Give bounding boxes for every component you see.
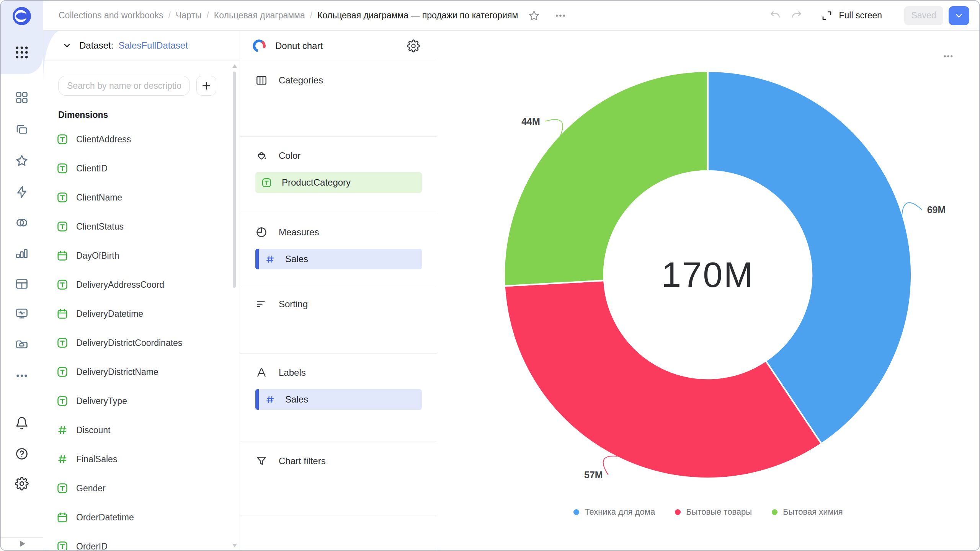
field-item[interactable]: DeliveryDatetime — [43, 299, 232, 328]
chart-settings-gear-icon[interactable] — [407, 39, 420, 52]
field-item[interactable]: Gender — [43, 474, 232, 503]
add-field-button[interactable] — [196, 76, 216, 96]
field-item[interactable]: ClientStatus — [43, 212, 232, 241]
legend-item[interactable]: Бытовые товары — [675, 507, 752, 517]
field-item[interactable]: DeliveryAddressCoord — [43, 270, 232, 299]
datalens-logo-icon[interactable] — [11, 6, 32, 26]
field-item[interactable]: ClientName — [43, 183, 232, 212]
breadcrumb-separator: / — [310, 10, 312, 21]
field-item[interactable]: OrderDatetime — [43, 503, 232, 532]
donut-chart-type-icon[interactable] — [252, 38, 267, 54]
field-item[interactable]: ClientAddress — [43, 125, 232, 154]
sidebar-item-bar-chart-icon[interactable] — [15, 246, 29, 260]
sidebar-item-bell-icon[interactable] — [15, 416, 29, 430]
label-connector — [546, 119, 563, 135]
section-header: Labels — [240, 367, 437, 379]
sidebar-item-help-icon[interactable] — [15, 447, 29, 461]
breadcrumb-link[interactable]: Чарты — [176, 10, 201, 21]
field-name: ClientStatus — [76, 222, 124, 232]
legend-item[interactable]: Бытовая химия — [772, 507, 843, 517]
sidebar-item-settings-icon[interactable] — [15, 477, 29, 491]
config-section-sorting[interactable]: Sorting — [240, 285, 437, 354]
section-header: Chart filters — [240, 455, 437, 467]
section-chips: Sales — [255, 389, 437, 410]
field-item[interactable]: DeliveryDistrictCoordinates — [43, 328, 232, 357]
section-chips: ProductCategory — [255, 172, 437, 193]
sidebar-item-grid-icon[interactable] — [15, 91, 29, 104]
redo-icon[interactable] — [790, 9, 803, 22]
field-item[interactable]: ClientID — [43, 154, 232, 183]
text-field-icon — [57, 192, 68, 203]
favorite-star-icon[interactable] — [528, 10, 540, 22]
config-section-color[interactable]: ColorProductCategory — [240, 137, 437, 213]
config-section-measures[interactable]: MeasuresSales — [240, 213, 437, 285]
config-section-chart-filters[interactable]: Chart filters — [240, 442, 437, 515]
donut-slice[interactable] — [504, 71, 708, 286]
field-item[interactable]: DeliveryDistrictName — [43, 357, 232, 386]
chip-label: ProductCategory — [282, 177, 351, 188]
sidebar-item-lightning-icon[interactable] — [15, 185, 29, 199]
sidebar — [1, 1, 43, 550]
topbar: Collections and workbooks/Чарты/Кольцева… — [43, 1, 979, 31]
legend-label: Бытовая химия — [783, 507, 843, 517]
topbar-actions: Full screen Saved — [769, 6, 969, 25]
breadcrumb-link[interactable]: Кольцевая диаграмма — [214, 10, 305, 21]
sidebar-item-datasets-icon[interactable] — [15, 216, 29, 230]
chart-config-panel: Donut chart CategoriesColorProductCatego… — [240, 31, 437, 550]
field-item[interactable]: OrderID — [43, 532, 232, 550]
text-field-icon — [57, 395, 68, 407]
dataset-collapse-icon[interactable] — [62, 40, 72, 51]
legend-item[interactable]: Техника для дома — [573, 507, 655, 517]
color-icon — [255, 150, 268, 162]
field-item[interactable]: Discount — [43, 416, 232, 445]
sidebar-item-star-icon[interactable] — [15, 154, 29, 168]
field-item[interactable]: DayOfBirth — [43, 241, 232, 270]
number-field-icon — [265, 395, 275, 405]
sidebar-item-folder-icon[interactable] — [15, 337, 29, 351]
text-field-icon — [57, 541, 68, 550]
field-chip[interactable]: Sales — [255, 389, 422, 410]
config-section-categories[interactable]: Categories — [240, 61, 437, 137]
config-section-labels[interactable]: LabelsSales — [240, 354, 437, 442]
expand-sidebar-icon[interactable] — [16, 538, 28, 549]
more-menu-icon[interactable] — [553, 10, 568, 22]
legend-dot-icon — [675, 509, 681, 515]
donut-slice[interactable] — [505, 280, 822, 478]
field-chip[interactable]: ProductCategory — [255, 172, 422, 193]
text-field-icon — [57, 221, 68, 232]
legend-dot-icon — [573, 509, 579, 515]
sidebar-item-table-icon[interactable] — [15, 277, 29, 291]
fullscreen-label[interactable]: Full screen — [839, 10, 882, 21]
section-header: Sorting — [240, 298, 437, 310]
search-input[interactable] — [58, 76, 190, 96]
field-name: OrderDatetime — [76, 512, 134, 523]
date-field-icon — [57, 250, 68, 261]
apps-grid-icon[interactable] — [14, 44, 30, 60]
save-dropdown-button[interactable] — [949, 6, 969, 25]
sidebar-item-more-icon[interactable] — [15, 369, 29, 383]
sorting-icon — [255, 298, 268, 310]
breadcrumb-current: Кольцевая диаграмма — продажи по категор… — [317, 10, 518, 21]
field-chip[interactable]: Sales — [255, 249, 422, 269]
breadcrumb-separator: / — [168, 10, 171, 21]
sidebar-item-monitor-icon[interactable] — [15, 307, 29, 321]
categories-icon — [255, 74, 268, 86]
chip-label: Sales — [285, 254, 308, 264]
dataset-label: Dataset: — [79, 40, 113, 51]
dataset-name-link[interactable]: SalesFullDataset — [118, 40, 188, 51]
field-item[interactable]: FinalSales — [43, 445, 232, 474]
dimensions-title: Dimensions — [58, 110, 108, 120]
saved-button[interactable]: Saved — [904, 6, 943, 25]
fullscreen-icon[interactable] — [821, 10, 833, 22]
scrollbar-thumb[interactable] — [233, 72, 236, 288]
undo-icon[interactable] — [769, 9, 782, 22]
scroll-down-arrow[interactable] — [232, 544, 237, 547]
scroll-up-arrow[interactable] — [232, 64, 237, 68]
field-item[interactable]: DeliveryType — [43, 386, 232, 416]
field-name: ClientAddress — [76, 134, 131, 145]
chevron-down-icon — [953, 10, 965, 21]
sidebar-item-collections-icon[interactable] — [15, 123, 29, 137]
donut-chart: 69M57M44M170M — [437, 31, 979, 550]
chart-type-label[interactable]: Donut chart — [275, 41, 323, 51]
breadcrumb-link[interactable]: Collections and workbooks — [59, 10, 163, 21]
